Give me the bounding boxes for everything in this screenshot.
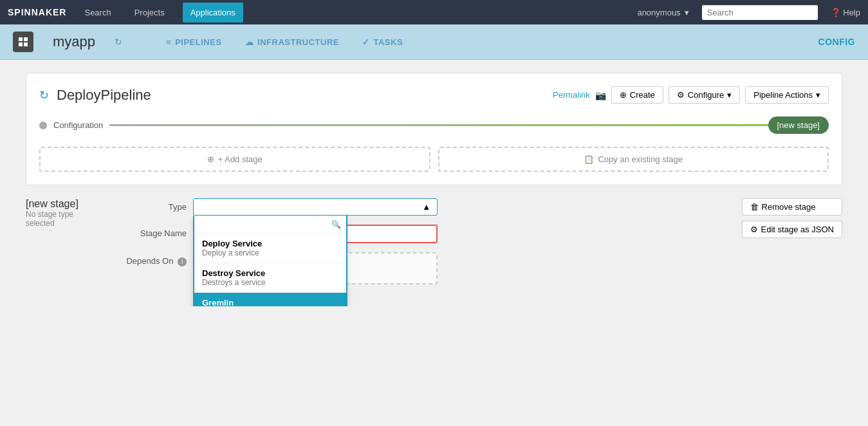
stage-subtitle: No stage type selected [26, 210, 103, 228]
remove-stage-button[interactable]: 🗑 Remove stage [742, 198, 842, 216]
username-label: anonymous [637, 8, 680, 17]
dropdown-item[interactable]: GremlinRuns a chaos experiment using Gre… [194, 293, 346, 306]
stage-actions: 🗑 Remove stage ⚙ Edit stage as JSON [742, 198, 842, 238]
type-dropdown: 🔍 Deploy ServiceDeploy a serviceDestroy … [193, 216, 347, 306]
pipeline-card: ↻ DeployPipeline Permalink 📷 ⊕ Create ⚙ … [26, 73, 842, 185]
type-dropdown-icon: ▲ [422, 202, 430, 212]
dropdown-search-input[interactable] [199, 219, 331, 229]
stage-name-label: Stage Name [116, 225, 187, 238]
user-dropdown-icon[interactable]: ▾ [685, 8, 689, 17]
dropdown-search-icon: 🔍 [331, 220, 341, 229]
copy-stage-button[interactable]: 📋 Copy an existing stage [438, 147, 829, 172]
stage-config: [new stage] No stage type selected Type … [26, 198, 842, 293]
app-name: myapp [53, 33, 95, 50]
edit-json-button[interactable]: ⚙ Edit stage as JSON [742, 221, 842, 238]
infrastructure-icon: ☁ [245, 37, 254, 47]
nav-search[interactable]: Search [79, 8, 116, 17]
type-selector[interactable]: ▲ [193, 198, 438, 216]
create-button[interactable]: ⊕ Create [611, 86, 663, 104]
depends-on-label: Depends On i [116, 252, 187, 266]
nav-infrastructure[interactable]: ☁ INFRASTRUCTURE [234, 32, 351, 52]
dropdown-item[interactable]: Destroy ServiceDestroys a service [194, 263, 346, 293]
nav-tasks[interactable]: ✓ TASKS [351, 32, 414, 52]
svg-rect-0 [19, 37, 23, 41]
flow-start-node [39, 122, 47, 129]
type-row: Type ▲ 🔍 Deploy ServiceDeploy a serviceD… [116, 198, 438, 216]
tasks-icon: ✓ [362, 37, 370, 47]
copy-icon: 📋 [584, 154, 594, 164]
plus-icon: ⊕ [620, 90, 627, 100]
depends-on-info-icon[interactable]: i [178, 257, 187, 266]
user-area: anonymous ▾ [637, 8, 688, 17]
settings-icon: ⚙ [750, 225, 758, 234]
flow-line [109, 124, 768, 126]
stage-title: [new stage] [26, 198, 103, 210]
stage-buttons: ⊕ + Add stage 📋 Copy an existing stage [39, 147, 829, 172]
new-stage-node[interactable]: [new stage] [768, 116, 829, 134]
stage-left-panel: [new stage] No stage type selected [26, 198, 103, 228]
trash-icon: 🗑 [750, 202, 759, 212]
pipelines-icon: ≡ [166, 37, 171, 47]
dropdown-items: Deploy ServiceDeploy a serviceDestroy Se… [194, 234, 346, 306]
app-nav: myapp ↻ ≡ PIPELINES ☁ INFRASTRUCTURE ✓ T… [0, 24, 868, 60]
gear-icon: ⚙ [677, 90, 685, 100]
refresh-icon[interactable]: ↻ [115, 37, 122, 47]
app-nav-items: ≡ PIPELINES ☁ INFRASTRUCTURE ✓ TASKS [154, 32, 414, 52]
type-control: ▲ 🔍 Deploy ServiceDeploy a serviceDestro… [193, 198, 438, 216]
help-button[interactable]: ❓ Help [831, 8, 860, 17]
svg-rect-3 [24, 42, 28, 46]
main-content: ↻ DeployPipeline Permalink 📷 ⊕ Create ⚙ … [0, 60, 868, 306]
app-icon [13, 32, 33, 52]
pipeline-header: ↻ DeployPipeline Permalink 📷 ⊕ Create ⚙ … [39, 86, 829, 104]
stage-form: Type ▲ 🔍 Deploy ServiceDeploy a serviceD… [116, 198, 438, 293]
pipeline-title: DeployPipeline [57, 87, 151, 104]
global-search-input[interactable] [702, 5, 818, 20]
brand-logo: SPINNAKER [8, 7, 66, 17]
pipeline-actions-button[interactable]: Pipeline Actions ▾ [745, 86, 829, 104]
config-link[interactable]: CONFIG [818, 37, 855, 47]
top-nav: SPINNAKER Search Projects Applications a… [0, 0, 868, 24]
nav-applications[interactable]: Applications [183, 3, 243, 23]
nav-projects[interactable]: Projects [129, 8, 170, 17]
dropdown-item[interactable]: Deploy ServiceDeploy a service [194, 234, 346, 263]
svg-rect-1 [24, 37, 28, 41]
add-stage-button[interactable]: ⊕ + Add stage [39, 147, 430, 172]
type-label: Type [116, 198, 187, 212]
configuration-label: Configuration [47, 120, 109, 130]
svg-rect-2 [19, 42, 23, 46]
pipeline-actions: Permalink 📷 ⊕ Create ⚙ Configure ▾ Pipel… [553, 86, 829, 104]
pipeline-flow: Configuration [new stage] [39, 116, 829, 134]
camera-icon: 📷 [595, 90, 606, 100]
configure-chevron-icon: ▾ [727, 90, 732, 100]
pipeline-actions-chevron-icon: ▾ [816, 90, 820, 100]
add-stage-icon: ⊕ [207, 154, 214, 164]
dropdown-search-area: 🔍 [194, 216, 346, 234]
nav-pipelines[interactable]: ≡ PIPELINES [154, 32, 234, 52]
permalink-link[interactable]: Permalink [553, 90, 590, 100]
pipeline-icon: ↻ [39, 88, 49, 102]
configure-button[interactable]: ⚙ Configure ▾ [669, 86, 740, 104]
